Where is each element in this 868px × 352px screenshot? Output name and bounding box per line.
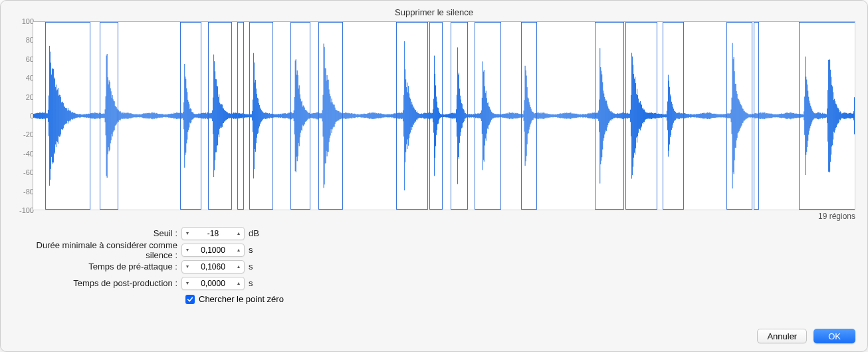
- threshold-label: Seuil :: [13, 228, 181, 238]
- ok-button[interactable]: OK: [814, 329, 855, 343]
- pre-attack-unit: s: [249, 262, 263, 271]
- min-silence-stepper[interactable]: ▾ 0,1000 ▴: [181, 244, 245, 257]
- chevron-up-icon[interactable]: ▴: [233, 247, 244, 253]
- search-zero-checkbox[interactable]: [185, 295, 195, 304]
- chevron-up-icon[interactable]: ▴: [233, 230, 244, 236]
- pre-attack-value[interactable]: 0,1060: [193, 262, 233, 271]
- waveform-frame[interactable]: [33, 21, 855, 210]
- chevron-up-icon[interactable]: ▴: [233, 280, 244, 286]
- threshold-unit: dB: [249, 228, 263, 238]
- min-silence-unit: s: [249, 245, 263, 255]
- param-pre-attack: Temps de pré-attaque : ▾ 0,1060 ▴ s: [13, 258, 867, 275]
- chevron-up-icon[interactable]: ▴: [233, 264, 244, 269]
- chevron-down-icon[interactable]: ▾: [182, 264, 193, 269]
- regions-count: 19 régions: [1, 212, 855, 221]
- post-release-label: Temps de post-production :: [13, 278, 181, 288]
- dialog-title: Supprimer le silence: [1, 5, 867, 21]
- param-min-silence: Durée minimale à considérer comme silenc…: [13, 242, 867, 258]
- search-zero-label: Chercher le point zéro: [199, 294, 284, 304]
- y-tick-label: -100: [19, 206, 34, 214]
- post-release-value[interactable]: 0,0000: [193, 279, 233, 288]
- cancel-button[interactable]: Annuler: [757, 329, 807, 343]
- chevron-down-icon[interactable]: ▾: [182, 247, 193, 253]
- waveform-canvas: [33, 22, 855, 210]
- post-release-unit: s: [249, 278, 263, 288]
- dialog-footer: Annuler OK: [757, 329, 855, 343]
- param-search-zero: Chercher le point zéro: [13, 294, 867, 304]
- waveform-area: 100806040200-20-40-60-80-100: [13, 21, 855, 210]
- pre-attack-stepper[interactable]: ▾ 0,1060 ▴: [181, 260, 245, 273]
- param-threshold: Seuil : ▾ -18 ▴ dB: [13, 225, 867, 242]
- min-silence-value[interactable]: 0,1000: [193, 246, 233, 255]
- strip-silence-dialog: Supprimer le silence 100806040200-20-40-…: [0, 0, 868, 352]
- pre-attack-label: Temps de pré-attaque :: [13, 262, 181, 271]
- min-silence-label: Durée minimale à considérer comme silenc…: [13, 240, 181, 260]
- threshold-value[interactable]: -18: [193, 229, 233, 238]
- post-release-stepper[interactable]: ▾ 0,0000 ▴: [181, 277, 245, 290]
- parameters: Seuil : ▾ -18 ▴ dB Durée minimale à cons…: [13, 225, 867, 304]
- chevron-down-icon[interactable]: ▾: [182, 280, 193, 286]
- check-icon: [187, 296, 193, 303]
- param-post-release: Temps de post-production : ▾ 0,0000 ▴ s: [13, 275, 867, 291]
- threshold-stepper[interactable]: ▾ -18 ▴: [181, 227, 245, 240]
- chevron-down-icon[interactable]: ▾: [182, 230, 193, 236]
